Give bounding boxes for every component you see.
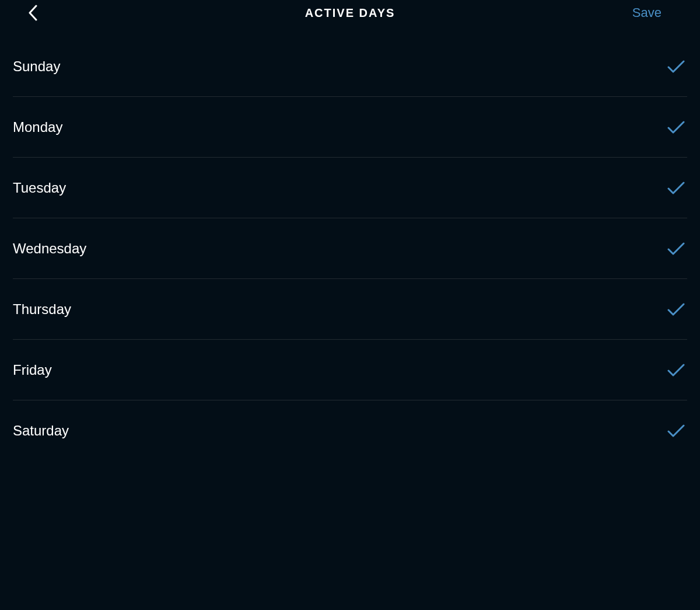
- list-item-label: Sunday: [13, 58, 60, 75]
- check-icon: [667, 120, 687, 134]
- list-item-label: Saturday: [13, 423, 69, 439]
- list-item-label: Friday: [13, 362, 52, 378]
- check-icon: [667, 363, 687, 377]
- list-item-label: Tuesday: [13, 180, 66, 196]
- page-title: ACTIVE DAYS: [305, 6, 396, 20]
- check-icon: [667, 424, 687, 438]
- list-item-label: Wednesday: [13, 240, 86, 257]
- chevron-left-icon: [28, 5, 38, 21]
- list-item-label: Monday: [13, 119, 62, 135]
- list-item-sunday[interactable]: Sunday: [13, 36, 687, 97]
- check-icon: [667, 242, 687, 256]
- header: ACTIVE DAYS Save: [0, 0, 700, 26]
- days-list: Sunday Monday Tuesday Wednesday: [0, 36, 700, 461]
- list-item-monday[interactable]: Monday: [13, 97, 687, 158]
- list-item-tuesday[interactable]: Tuesday: [13, 158, 687, 218]
- save-button[interactable]: Save: [632, 5, 672, 20]
- list-item-wednesday[interactable]: Wednesday: [13, 218, 687, 279]
- back-button[interactable]: [28, 5, 38, 21]
- list-item-thursday[interactable]: Thursday: [13, 279, 687, 340]
- check-icon: [667, 181, 687, 195]
- check-icon: [667, 302, 687, 316]
- list-item-label: Thursday: [13, 301, 71, 318]
- list-item-friday[interactable]: Friday: [13, 340, 687, 400]
- list-item-saturday[interactable]: Saturday: [13, 400, 687, 461]
- check-icon: [667, 60, 687, 74]
